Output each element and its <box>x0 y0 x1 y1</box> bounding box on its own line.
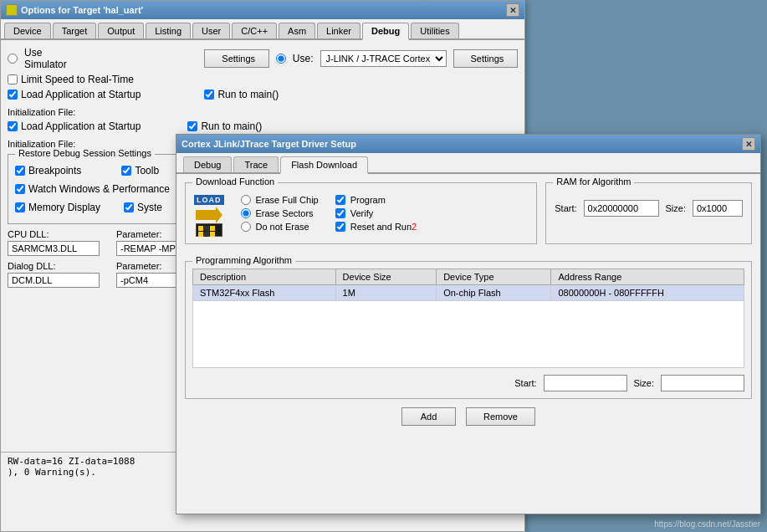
dialog-close-button[interactable]: ✕ <box>742 137 755 151</box>
bg-window-title: Options for Target 'hal_uart' <box>21 5 143 15</box>
erase-sectors-radio[interactable] <box>241 208 251 218</box>
program-option: Program <box>335 195 417 205</box>
memory-display-cb[interactable] <box>15 202 25 212</box>
algo-size-input[interactable] <box>661 375 744 391</box>
program-options: Program Verify Reset and Run2 <box>335 195 417 232</box>
verify-option: Verify <box>335 208 417 218</box>
tab-debug-dialog[interactable]: Debug <box>183 156 232 172</box>
tab-asm[interactable]: Asm <box>279 23 315 38</box>
use-simulator-label: Use Simulator <box>24 47 80 70</box>
row-device-size: 1M <box>335 285 437 301</box>
add-button[interactable]: Add <box>401 407 456 426</box>
verify-label: Verify <box>350 208 374 218</box>
tab-trace-dialog[interactable]: Trace <box>233 156 279 172</box>
tab-flash-download[interactable]: Flash Download <box>280 156 368 174</box>
download-func-inner: LOAD <box>194 195 528 237</box>
load-image: LOAD <box>194 195 224 237</box>
do-not-erase-radio[interactable] <box>241 222 251 232</box>
algo-size-label: Size: <box>634 378 654 388</box>
do-not-erase-option: Do not Erase <box>241 222 319 232</box>
dialog-dll-label: Dialog DLL: <box>8 261 100 271</box>
ram-row: Start: Size: <box>555 200 743 217</box>
cpu-dll-col: CPU DLL: <box>8 229 100 256</box>
svg-rect-0 <box>196 210 216 220</box>
run-main-cb-left[interactable] <box>204 90 214 100</box>
row-device-type: On-chip Flash <box>437 285 551 301</box>
ram-start-input[interactable] <box>584 200 659 217</box>
watch-windows-label: Watch Windows & Performance <box>28 183 170 195</box>
programming-algorithm-section: Programming Algorithm Description Device… <box>185 261 752 399</box>
limit-speed-cb[interactable] <box>8 74 18 84</box>
tab-user[interactable]: User <box>192 23 230 38</box>
use-simulator-radio[interactable] <box>8 54 18 64</box>
breakpoints-label: Breakpoints <box>28 165 81 176</box>
toolbox-cb[interactable] <box>121 166 131 176</box>
tab-target[interactable]: Target <box>53 23 97 38</box>
verify-cb[interactable] <box>335 208 345 218</box>
erase-sectors-label: Erase Sectors <box>256 208 314 218</box>
reset-run-cb[interactable] <box>335 222 345 232</box>
settings-button-right[interactable]: Settings <box>453 49 519 68</box>
dialog-content: Download Function LOAD <box>176 174 760 434</box>
program-label: Program <box>350 195 386 205</box>
main-dialog: Cortex JLink/JTrace Target Driver Setup … <box>176 134 761 514</box>
ram-size-label: Size: <box>666 203 686 213</box>
download-function-section: Download Function LOAD <box>185 182 537 244</box>
row-description: STM32F4xx Flash <box>193 285 336 301</box>
erase-full-chip-label: Erase Full Chip <box>256 195 319 205</box>
prog-algo-title: Programming Algorithm <box>192 255 295 265</box>
reset-run-option: Reset and Run2 <box>335 222 417 232</box>
ram-start-label: Start: <box>555 203 576 213</box>
tab-linker[interactable]: Linker <box>317 23 360 38</box>
load-arrow-icon <box>196 207 222 223</box>
tab-device[interactable]: Device <box>4 23 51 38</box>
toolbox-label: Toolb <box>135 165 159 176</box>
program-cb[interactable] <box>335 195 345 205</box>
run-main-label-left: Run to main() <box>217 89 279 100</box>
do-not-erase-label: Do not Erase <box>256 222 309 232</box>
svg-marker-1 <box>216 207 222 223</box>
limit-speed-row: Limit Speed to Real-Time <box>8 74 518 85</box>
load-text: LOAD <box>194 195 224 205</box>
cpu-dll-label: CPU DLL: <box>8 229 100 239</box>
dialog-dll-input[interactable] <box>8 273 100 288</box>
tab-listing[interactable]: Listing <box>146 23 191 38</box>
erase-options: Erase Full Chip Erase Sectors Do not Era… <box>241 195 319 232</box>
ram-size-input[interactable] <box>693 200 743 217</box>
dialog-title-bar: Cortex JLink/JTrace Target Driver Setup … <box>176 135 760 153</box>
load-app-cb-left[interactable] <box>8 90 18 100</box>
dialog-dll-col: Dialog DLL: <box>8 261 100 288</box>
limit-speed-label: Limit Speed to Real-Time <box>21 74 134 85</box>
dialog-tab-row: Debug Trace Flash Download <box>176 153 760 174</box>
bg-tab-row: Device Target Output Listing User C/C++ … <box>1 19 524 40</box>
algo-start-input[interactable] <box>544 375 627 391</box>
system-label: Syste <box>137 202 162 213</box>
run-main-cb-right[interactable] <box>187 121 197 131</box>
watch-windows-cb[interactable] <box>15 184 25 194</box>
init-file-left: Initialization File: <box>8 107 518 117</box>
table-row[interactable]: STM32F4xx Flash 1M On-chip Flash 0800000… <box>193 285 744 301</box>
tab-cpp[interactable]: C/C++ <box>232 23 277 38</box>
watermark: https://blog.csdn.net/Jasstier <box>654 519 760 529</box>
reset-run-suffix: 2 <box>412 222 417 232</box>
bg-title-bar: Options for Target 'hal_uart' ✕ <box>1 1 524 19</box>
col-device-size: Device Size <box>335 269 437 285</box>
simulator-row: Use Simulator Settings Use: J-LINK / J-T… <box>8 47 518 70</box>
close-button[interactable]: ✕ <box>506 3 519 17</box>
run-main-label-right: Run to main() <box>201 120 262 132</box>
tab-utilities[interactable]: Utilities <box>411 23 458 38</box>
tab-debug[interactable]: Debug <box>362 23 409 40</box>
settings-button-left[interactable]: Settings <box>204 49 269 68</box>
erase-full-chip-radio[interactable] <box>241 195 251 205</box>
cpu-dll-input[interactable] <box>8 241 100 256</box>
row-address-range: 08000000H - 080FFFFFH <box>551 285 744 301</box>
erase-full-chip-option: Erase Full Chip <box>241 195 319 205</box>
breakpoints-cb[interactable] <box>15 166 25 176</box>
use-dropdown[interactable]: J-LINK / J-TRACE Cortex <box>320 50 447 67</box>
remove-button[interactable]: Remove <box>466 407 535 426</box>
system-cb[interactable] <box>124 202 134 212</box>
algo-bottom: Start: Size: <box>192 375 744 391</box>
tab-output[interactable]: Output <box>98 23 144 38</box>
load-app-cb-right[interactable] <box>8 121 18 131</box>
use-radio[interactable] <box>276 54 286 64</box>
